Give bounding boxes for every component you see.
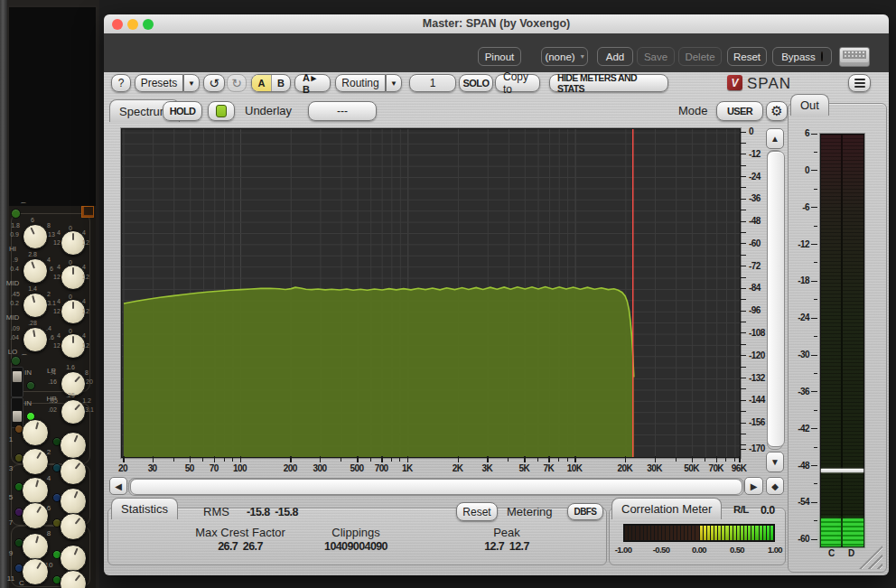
spectrum-color-toggle[interactable] xyxy=(208,101,235,121)
presets-dropdown-arrow[interactable]: ▼ xyxy=(183,74,200,92)
settings-gear-button[interactable]: ⚙ xyxy=(766,101,788,121)
eq-freq-knob[interactable] xyxy=(23,224,48,249)
freq-label: 50 xyxy=(185,463,194,473)
rack-knob-1[interactable] xyxy=(22,419,49,446)
vscroll-thumb[interactable] xyxy=(767,151,785,447)
knob-pointer xyxy=(35,536,39,543)
presets-button[interactable]: Presets xyxy=(135,74,183,92)
out-scale-label: -54 xyxy=(798,497,809,507)
correlation-segment xyxy=(695,526,698,540)
peak-values: 12.7 12.7 xyxy=(484,540,529,553)
bypass-button[interactable]: Bypass xyxy=(772,47,832,66)
undo-button[interactable]: ↺ xyxy=(203,74,225,92)
keyboard-icon[interactable] xyxy=(839,47,870,67)
correlation-segment xyxy=(725,526,728,540)
underlay-dropdown[interactable]: --- xyxy=(308,101,377,121)
correlation-segment xyxy=(767,526,770,540)
knob-label: 6 xyxy=(31,217,34,224)
hamburger-icon xyxy=(854,79,865,88)
green-swatch-icon xyxy=(216,105,227,117)
hide-meters-button[interactable]: HIDE METERS AND STATS xyxy=(549,74,668,92)
freq-tick xyxy=(202,457,203,462)
preset-dropdown[interactable]: (none)▾ xyxy=(541,47,588,66)
add-button[interactable]: Add xyxy=(597,47,633,66)
hold-button[interactable]: HOLD xyxy=(163,101,202,121)
rack-knob-5[interactable] xyxy=(22,477,49,504)
solo-button[interactable]: SOLO xyxy=(459,74,493,92)
rack-knob-4[interactable] xyxy=(60,458,87,485)
correlation-segment xyxy=(688,526,691,540)
freq-tick xyxy=(537,457,538,462)
db-tick xyxy=(741,449,746,450)
knob-label: .05 xyxy=(49,397,58,405)
host-toolbar: Pinout (none)▾ Add Save Delete Reset Byp… xyxy=(104,33,889,72)
db-tick xyxy=(741,243,746,244)
reset-button[interactable]: Reset xyxy=(727,47,767,66)
pinout-button[interactable]: Pinout xyxy=(478,47,521,66)
rack-knob-7[interactable] xyxy=(22,502,49,529)
tab-statistics[interactable]: Statistics xyxy=(111,498,178,519)
out-tick xyxy=(814,410,817,411)
hscroll-thumb[interactable] xyxy=(130,479,742,495)
metering-mode-button[interactable]: DBFS xyxy=(567,503,603,520)
db-tick xyxy=(741,311,746,312)
channel-display[interactable]: 1 xyxy=(409,74,456,92)
routing-button[interactable]: Routing xyxy=(335,74,386,92)
hscroll-right-button[interactable]: ▶ xyxy=(744,477,763,495)
db-label: -24 xyxy=(749,172,761,182)
rack-knob-11[interactable] xyxy=(22,558,49,585)
rack-knob-2[interactable] xyxy=(60,432,87,459)
redo-button[interactable]: ↻ xyxy=(227,74,247,92)
eq-freq-knob[interactable] xyxy=(23,293,48,318)
b-button[interactable]: B xyxy=(271,75,291,91)
db-label: -170 xyxy=(749,443,765,453)
rack-knob-6[interactable] xyxy=(60,488,87,515)
correlation-segment xyxy=(662,526,665,540)
rack-knob-9[interactable] xyxy=(22,533,49,560)
eq-freq-knob[interactable] xyxy=(23,327,48,352)
help-button[interactable]: ? xyxy=(111,74,131,92)
mode-button[interactable]: USER xyxy=(716,101,763,121)
db-tick xyxy=(741,344,746,345)
rack-knob-10[interactable] xyxy=(60,545,87,572)
save-button[interactable]: Save xyxy=(637,47,675,66)
rack-knob-8[interactable] xyxy=(60,513,87,540)
db-tick xyxy=(741,299,746,300)
routing-dropdown-arrow[interactable]: ▼ xyxy=(386,74,402,92)
vscroll-up-button[interactable]: ▲ xyxy=(766,128,784,149)
in-fader[interactable] xyxy=(11,397,23,428)
tab-correlation-meter[interactable]: Correlation Meter xyxy=(611,498,722,519)
reset-stats-button[interactable]: Reset xyxy=(456,502,498,521)
vscroll-down-button[interactable]: ▼ xyxy=(766,452,784,472)
in-fader[interactable] xyxy=(11,367,23,397)
corner-diamond-button[interactable]: ◆ xyxy=(766,477,784,495)
a-button[interactable]: A xyxy=(252,75,271,91)
resize-grip[interactable] xyxy=(859,546,882,569)
menu-button[interactable] xyxy=(848,74,871,92)
knob-label: 2 xyxy=(47,291,51,298)
hscroll-left-button[interactable]: ◀ xyxy=(109,477,127,495)
out-tick xyxy=(811,428,817,429)
freq-label: 30K xyxy=(647,463,662,473)
freq-tick xyxy=(224,457,225,462)
out-scale-label: -12 xyxy=(798,239,809,249)
knob-label: .25 xyxy=(66,392,75,399)
knob-label: .04 xyxy=(10,334,19,341)
delete-button[interactable]: Delete xyxy=(678,47,722,66)
freq-tick-major xyxy=(625,456,627,462)
db-tick xyxy=(741,132,746,133)
freq-tick-major xyxy=(458,456,460,462)
correlation-scale-label: -1.00 xyxy=(615,545,632,555)
window-titlebar[interactable]: Master: SPAN (by Voxengo) xyxy=(104,14,889,34)
out-channel-divider xyxy=(841,135,843,546)
eq-freq-knob[interactable] xyxy=(23,258,48,284)
out-scale-label: -48 xyxy=(798,461,809,471)
rack-knob-3[interactable] xyxy=(22,448,49,475)
a-to-b-button[interactable]: A ▸ B xyxy=(294,74,331,92)
spectrum-plot[interactable] xyxy=(121,128,741,458)
spectrum-area xyxy=(122,129,740,457)
correlation-segment xyxy=(733,526,736,540)
copy-to-button[interactable]: Copy to xyxy=(495,74,540,92)
knob-label: .4 xyxy=(46,325,51,332)
knob-label: 8 xyxy=(85,369,89,377)
